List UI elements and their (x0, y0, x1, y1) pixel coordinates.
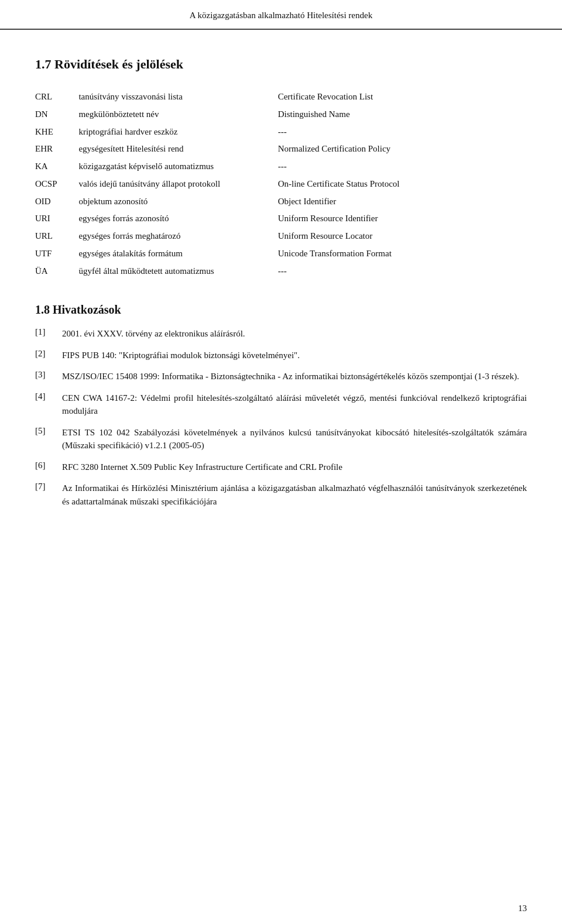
page: A közigazgatásban alkalmazható Hitelesít… (0, 0, 562, 924)
abbrev-english: --- (278, 158, 527, 176)
abbrev-code: UTF (35, 245, 78, 263)
abbrev-english: --- (278, 123, 527, 141)
abbrev-hungarian: közigazgatást képviselő automatizmus (78, 158, 277, 176)
abbrev-english: Uniform Resource Identifier (278, 210, 527, 228)
abbrev-code: EHR (35, 140, 78, 158)
abbrev-code: ÜA (35, 263, 78, 280)
page-content: 1.7 Rövidítések és jelölések CRLtanúsítv… (0, 30, 562, 540)
abbrev-hungarian: valós idejű tanúsítvány állapot protokol… (78, 176, 277, 193)
abbrev-english: Uniform Resource Locator (278, 228, 527, 245)
abbrev-row: UTFegységes átalakítás formátumUnicode T… (35, 245, 527, 263)
abbrev-row: DNmegkülönböztetett névDistinguished Nam… (35, 106, 527, 123)
ref-text: FIPS PUB 140: "Kriptográfiai modulok biz… (62, 349, 300, 362)
ref-number: [5] (35, 426, 62, 436)
abbrev-hungarian: egységes forrás meghatározó (78, 228, 277, 245)
section-18-title: 1.8 Hivatkozások (35, 303, 527, 317)
page-footer: 13 (518, 904, 527, 913)
ref-number: [4] (35, 391, 62, 401)
abbreviations-table: CRLtanúsítvány visszavonási listaCertifi… (35, 88, 527, 280)
header-title: A közigazgatásban alkalmazható Hitelesít… (190, 11, 372, 20)
ref-text: 2001. évi XXXV. törvény az elektronikus … (62, 327, 245, 341)
ref-text: MSZ/ISO/IEC 15408 1999: Informatika - Bi… (62, 370, 519, 383)
abbrev-hungarian: megkülönböztetett név (78, 106, 277, 123)
section-17-title: 1.7 Rövidítések és jelölések (35, 57, 527, 72)
ref-text: RFC 3280 Internet X.509 Public Key Infra… (62, 461, 342, 474)
abbrev-code: URL (35, 228, 78, 245)
ref-item: [6]RFC 3280 Internet X.509 Public Key In… (35, 461, 527, 474)
ref-item: [4]CEN CWA 14167-2: Védelmi profil hitel… (35, 391, 527, 418)
ref-text: ETSI TS 102 042 Szabályozási követelmény… (62, 426, 527, 452)
ref-item: [5]ETSI TS 102 042 Szabályozási követelm… (35, 426, 527, 452)
abbrev-row: OCSPvalós idejű tanúsítvány állapot prot… (35, 176, 527, 193)
ref-number: [7] (35, 482, 62, 492)
abbrev-row: EHRegységesített Hitelesítési rendNormal… (35, 140, 527, 158)
abbrev-hungarian: egységes átalakítás formátum (78, 245, 277, 263)
abbrev-row: KHEkriptográfiai hardver eszköz--- (35, 123, 527, 141)
abbrev-english: Certificate Revocation List (278, 88, 527, 106)
ref-number: [2] (35, 349, 62, 359)
ref-text: CEN CWA 14167-2: Védelmi profil hitelesí… (62, 391, 527, 418)
ref-number: [6] (35, 461, 62, 470)
abbrev-english: Normalized Certification Policy (278, 140, 527, 158)
abbrev-code: OCSP (35, 176, 78, 193)
abbrev-hungarian: kriptográfiai hardver eszköz (78, 123, 277, 141)
abbrev-hungarian: tanúsítvány visszavonási lista (78, 88, 277, 106)
abbrev-row: URIegységes forrás azonosítóUniform Reso… (35, 210, 527, 228)
abbrev-hungarian: egységes forrás azonosító (78, 210, 277, 228)
references-list: [1]2001. évi XXXV. törvény az elektronik… (35, 327, 527, 508)
ref-item: [1]2001. évi XXXV. törvény az elektronik… (35, 327, 527, 341)
abbrev-code: URI (35, 210, 78, 228)
abbrev-row: ÜAügyfél által működtetett automatizmus-… (35, 263, 527, 280)
page-number: 13 (518, 904, 527, 913)
abbrev-row: OIDobjektum azonosítóObject Identifier (35, 193, 527, 211)
abbrev-english: Unicode Transformation Format (278, 245, 527, 263)
ref-item: [2]FIPS PUB 140: "Kriptográfiai modulok … (35, 349, 527, 362)
abbrev-english: --- (278, 263, 527, 280)
abbrev-code: CRL (35, 88, 78, 106)
abbrev-english: Distinguished Name (278, 106, 527, 123)
abbrev-row: KAközigazgatást képviselő automatizmus--… (35, 158, 527, 176)
abbrev-row: URLegységes forrás meghatározóUniform Re… (35, 228, 527, 245)
abbrev-english: Object Identifier (278, 193, 527, 211)
abbrev-code: KA (35, 158, 78, 176)
abbrev-code: KHE (35, 123, 78, 141)
abbrev-hungarian: objektum azonosító (78, 193, 277, 211)
abbrev-code: DN (35, 106, 78, 123)
abbrev-hungarian: ügyfél által működtetett automatizmus (78, 263, 277, 280)
abbrev-row: CRLtanúsítvány visszavonási listaCertifi… (35, 88, 527, 106)
abbrev-english: On-line Certificate Status Protocol (278, 176, 527, 193)
ref-item: [3]MSZ/ISO/IEC 15408 1999: Informatika -… (35, 370, 527, 383)
ref-number: [1] (35, 327, 62, 337)
abbrev-hungarian: egységesített Hitelesítési rend (78, 140, 277, 158)
ref-item: [7]Az Informatikai és Hírközlési Miniszt… (35, 482, 527, 508)
ref-number: [3] (35, 370, 62, 380)
ref-text: Az Informatikai és Hírközlési Minisztéri… (62, 482, 527, 508)
abbrev-code: OID (35, 193, 78, 211)
page-header: A közigazgatásban alkalmazható Hitelesít… (0, 0, 562, 29)
